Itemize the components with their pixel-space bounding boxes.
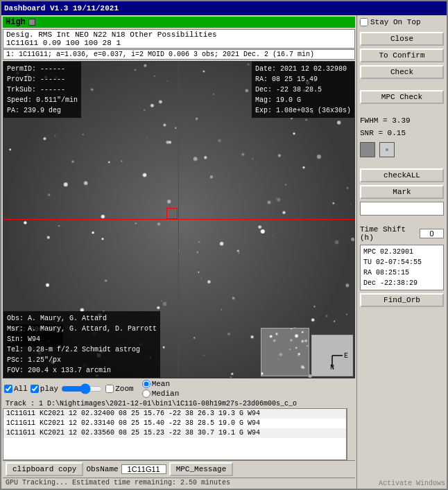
all-label: All <box>14 385 28 393</box>
info-text: 1: 1C11G11; a=1.036, e=0.037, i=2 MOID 0… <box>6 51 314 58</box>
preview-square-dark <box>360 142 375 157</box>
zoom-checkbox[interactable] <box>105 385 114 393</box>
time-shift-label: Time Shift (h) <box>360 225 417 242</box>
mag-text: Mag: 19.0 G <box>255 95 351 105</box>
speed-text: Speed: 0.511"/min <box>7 95 78 105</box>
desig-text2: 1C11G11 0.09 100 100 28 1 <box>6 39 352 47</box>
ra-row: RA 08:25:15 <box>363 268 440 278</box>
table-row: 1C11G11 KC2021 12 02.32400 08 25 15.76 -… <box>3 409 346 419</box>
dec-row: Dec -22:38:29 <box>363 278 440 288</box>
dec-display-value: -22:38:29 <box>380 279 417 287</box>
obs-name-input[interactable] <box>121 464 166 474</box>
to-confirm-button[interactable]: To Confirm <box>360 49 444 62</box>
mark-input[interactable] <box>360 202 444 216</box>
play-label: play <box>40 385 58 393</box>
left-panel: High Desig. RMS Int NEO N22 N18 Other Po… <box>1 15 356 489</box>
status-bar: GPU Tracking... Estimated time remaining… <box>3 478 355 487</box>
track-line: Track : 1 D:\Nightimages\2021-12-01\bin1… <box>3 399 355 408</box>
right-panel: Stay On Top Close To Confirm Check MPC C… <box>356 15 447 489</box>
median-radio[interactable] <box>142 390 150 398</box>
table-scrollbar[interactable] <box>347 408 355 460</box>
compass-box: E N <box>311 335 353 376</box>
msr-text: Msr: A. Maury, G. Attard, D. Parrott <box>7 324 157 334</box>
preview-square-light <box>379 142 395 157</box>
activate-windows: Activate Windows <box>377 478 447 489</box>
track-text: Track : 1 D:\Nightimages\2021-12-01\bin1… <box>6 400 297 408</box>
status-text: GPU Tracking... Estimated time remaining… <box>6 479 230 487</box>
overlay-top-left: PermID: ------ ProvID: ------ TrkSub: --… <box>3 62 81 118</box>
desig-line: Desig. RMS Int NEO N22 N18 Other Possibi… <box>3 29 355 49</box>
high-label: High <box>6 17 26 27</box>
check-button[interactable]: Check <box>360 65 444 79</box>
mpc-message-button[interactable]: MPC_Message <box>169 462 234 476</box>
ra-display-value: 08:25:15 <box>376 269 409 277</box>
check-all-button[interactable]: checkALL <box>360 168 444 182</box>
mpc-box: MPC 02.32901 TU 02-07:54:55 RA 08:25:15 … <box>360 245 444 290</box>
provid-text: ProvID: ------ <box>7 74 78 85</box>
mean-radio-label[interactable]: Mean <box>142 380 180 388</box>
median-label: Median <box>152 390 180 398</box>
crosshair-vertical <box>178 62 179 378</box>
dec-text: Dec: -22 38 28.5 <box>255 85 351 95</box>
table-row: 1C11G11 KC2021 12 02.33560 08 25 15.23 -… <box>3 428 346 438</box>
overlay-top-right: Date: 2021 12 02.32980 RA: 08 25 15.49 D… <box>252 62 354 118</box>
preview-squares <box>360 142 444 157</box>
obs-text: Obs: A. Maury, G. Attard <box>7 313 157 324</box>
fov-text: FOV: 200.4 x 133.7 arcmin <box>7 365 157 376</box>
exp-text: Exp: 1.08e+03s (36x30s) <box>255 105 351 116</box>
inset-preview <box>261 328 309 376</box>
stay-on-top-row[interactable]: Stay On Top <box>360 18 444 26</box>
obs-name-label: ObsName <box>86 465 118 473</box>
tel-text: Tel: 0.28-m f/2.2 Schmidt astrog <box>7 344 157 355</box>
mark-button[interactable]: Mark <box>360 185 444 199</box>
mpc-label: MPC <box>363 248 380 256</box>
table-row: 1C11G11 KC2021 12 02.33140 08 25 15.40 -… <box>3 419 346 428</box>
mpc-row: MPC 02.32901 <box>363 247 440 257</box>
ra-display-label: RA <box>363 269 376 277</box>
clipboard-copy-button[interactable]: clipboard copy <box>6 462 83 476</box>
tu-row: TU 02-07:54:55 <box>363 257 440 268</box>
window-title: Dashboard V1.3 19/11/2021 <box>4 4 119 12</box>
play-slider[interactable] <box>61 383 103 394</box>
tu-label: TU <box>363 259 376 266</box>
play-checkbox-label[interactable]: play <box>31 385 58 393</box>
info-bar: 1: 1C11G11; a=1.036, e=0.037, i=2 MOID 0… <box>3 49 355 60</box>
controls-bar: All play Zoom Mean <box>3 378 355 399</box>
crosshair-horizontal <box>3 219 354 220</box>
image-area: PermID: ------ ProvID: ------ TrkSub: --… <box>3 61 355 378</box>
permid-text: PermID: ------ <box>7 64 78 74</box>
stn-text: Stn: W94 <box>7 334 157 344</box>
median-radio-label[interactable]: Median <box>142 390 180 398</box>
mpc-value: 02.32901 <box>380 248 413 256</box>
time-shift-input[interactable] <box>420 229 444 238</box>
mean-radio[interactable] <box>142 380 150 388</box>
all-checkbox[interactable] <box>4 385 12 393</box>
high-bar: High <box>3 17 355 28</box>
psc-text: PSc: 1.25"/px <box>7 355 157 365</box>
mpc-check-button[interactable]: MPC Check <box>360 90 444 104</box>
date-text: Date: 2021 12 02.32980 <box>255 64 351 74</box>
time-shift-row: Time Shift (h) <box>360 225 444 242</box>
high-indicator <box>28 19 35 26</box>
close-button[interactable]: Close <box>360 32 444 46</box>
snr-text: SNR = 0.15 <box>360 128 444 140</box>
bottom-bar: clipboard copy ObsName MPC_Message <box>3 460 355 478</box>
ra-text: RA: 08 25 15.49 <box>255 74 351 85</box>
tu-value: 02-07:54:55 <box>376 259 422 266</box>
find-orb-button[interactable]: Find_Orb <box>360 293 444 307</box>
data-table[interactable]: 1C11G11 KC2021 12 02.32400 08 25 15.76 -… <box>3 408 347 460</box>
stay-on-top-checkbox[interactable] <box>360 18 368 26</box>
pa-text: PA: 239.9 deg <box>7 105 78 116</box>
dec-display-label: Dec <box>363 279 380 287</box>
play-checkbox[interactable] <box>31 385 39 393</box>
zoom-label: Zoom <box>115 385 133 393</box>
main-window: Dashboard V1.3 19/11/2021 High Desig. RM… <box>0 0 448 490</box>
desig-text1: Desig. RMS Int NEO N22 N18 Other Possibi… <box>6 30 352 39</box>
trksub-text: TrkSub: ------ <box>7 85 78 95</box>
all-checkbox-label[interactable]: All <box>4 385 28 393</box>
overlay-bottom-left: Obs: A. Maury, G. Attard Msr: A. Maury, … <box>3 311 160 378</box>
fwhm-text: FWHM = 3.39 <box>360 115 444 128</box>
fwhm-snr-display: FWHM = 3.39 SNR = 0.15 <box>360 115 444 139</box>
title-bar: Dashboard V1.3 19/11/2021 <box>1 1 447 15</box>
zoom-checkbox-label[interactable]: Zoom <box>105 385 133 393</box>
